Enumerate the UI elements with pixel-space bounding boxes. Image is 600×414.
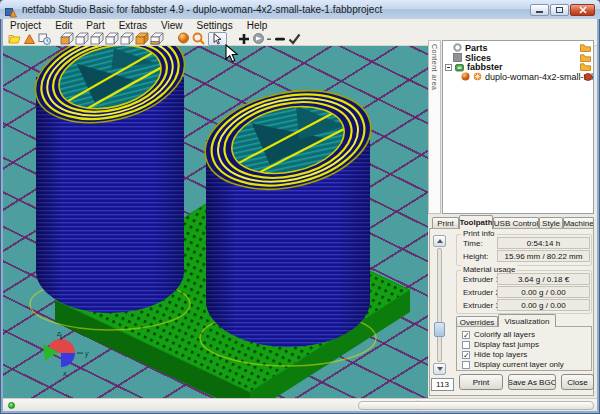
- save-as-bgc-button[interactable]: Save As BGC: [508, 374, 556, 390]
- extruder1-value: 3.64 g / 0.18 €: [497, 273, 590, 285]
- layer-slider-down-button[interactable]: [433, 363, 446, 375]
- tree-collapse-icon[interactable]: [445, 64, 452, 71]
- menu-settings[interactable]: Settings: [190, 19, 240, 32]
- print-info-title: Print info: [461, 229, 497, 238]
- menu-project[interactable]: Project: [3, 19, 48, 32]
- subtab-visualization[interactable]: Visualization: [498, 314, 556, 327]
- axis-x-label: x: [62, 370, 67, 377]
- parts-icon: [453, 43, 462, 52]
- view-front-icon[interactable]: [59, 32, 74, 45]
- time-value: 0:54:14 h: [497, 237, 590, 249]
- tree-item-label: duplo-woman-4x2-small-take1 (rebuilt) (1…: [485, 72, 593, 82]
- checkbox-icon[interactable]: [462, 361, 470, 369]
- status-bar: [3, 398, 597, 411]
- tree-item-label: Parts: [465, 43, 488, 53]
- origin-axis-indicator: z y x: [43, 330, 89, 377]
- 3d-viewport[interactable]: z y x: [3, 46, 428, 398]
- project-tree: Parts Slices fabbster: [442, 40, 594, 214]
- view-bottom-icon[interactable]: [149, 32, 164, 45]
- status-led-icon: [8, 402, 15, 409]
- folder-icon[interactable]: [580, 44, 591, 52]
- model-sphere-icon: [461, 72, 470, 81]
- maximize-icon: [556, 7, 563, 13]
- checkbox-icon[interactable]: ✓: [462, 331, 470, 339]
- toolpath-scene: z y x: [3, 46, 428, 398]
- zoom-icon[interactable]: [191, 32, 206, 45]
- view-back-icon[interactable]: [74, 32, 89, 45]
- down-arrow-icon: [437, 367, 443, 371]
- close-window-button[interactable]: [570, 4, 595, 16]
- layer-slider-up-button[interactable]: [433, 235, 446, 247]
- tree-item-label: Slices: [465, 53, 491, 63]
- close-icon: [579, 6, 587, 14]
- open-project-icon[interactable]: [7, 32, 22, 45]
- view-left-icon[interactable]: [89, 32, 104, 45]
- minimize-button[interactable]: [530, 4, 549, 16]
- window-title: netfabb Studio Basic for fabbster 4.9 - …: [22, 4, 525, 15]
- minimize-icon: [536, 11, 543, 13]
- extruder3-value: 0.00 g / 0.00: [497, 299, 590, 311]
- close-button[interactable]: Close: [561, 374, 594, 390]
- axis-y-label: y: [84, 350, 89, 358]
- menu-help[interactable]: Help: [240, 19, 275, 32]
- height-value: 15.96 mm / 80.22 mm: [497, 250, 590, 262]
- content-area-strip[interactable]: Content area: [428, 40, 441, 214]
- printed-part-right: [196, 77, 380, 347]
- height-label: Height:: [463, 252, 488, 261]
- maximize-button[interactable]: [550, 4, 569, 16]
- view-right-icon[interactable]: [104, 32, 119, 45]
- menu-bar: Project Edit Part Extras View Settings H…: [3, 19, 597, 32]
- zoom-out-icon[interactable]: [272, 32, 287, 45]
- layer-slider-track[interactable]: [437, 248, 442, 362]
- cursor-arrow-icon: [213, 33, 223, 45]
- tab-toolpath[interactable]: Toolpath: [459, 215, 493, 229]
- checkbox-icon[interactable]: ✓: [462, 351, 470, 359]
- layer-slider-thumb[interactable]: [434, 322, 445, 337]
- tree-item-parts[interactable]: Parts: [443, 43, 593, 53]
- repair-icon[interactable]: [251, 32, 266, 45]
- menu-view[interactable]: View: [154, 19, 190, 32]
- checkbox-display-fast-jumps[interactable]: Display fast jumps: [462, 340, 539, 349]
- apply-icon[interactable]: [287, 32, 302, 45]
- folder-icon[interactable]: [580, 63, 591, 71]
- extruder2-value: 0.00 g / 0.00: [497, 286, 590, 298]
- tree-item-fabbster[interactable]: fabbster: [443, 62, 593, 72]
- app-logo-icon: [5, 4, 17, 16]
- slice-clock-icon[interactable]: [37, 32, 52, 45]
- print-button[interactable]: Print: [459, 374, 503, 390]
- zoom-sphere-icon[interactable]: [176, 32, 191, 45]
- tree-item-model[interactable]: duplo-woman-4x2-small-take1 (rebuilt) (1…: [443, 72, 593, 82]
- tree-item-label: fabbster: [467, 62, 503, 72]
- progress-dial-icon: [584, 73, 592, 82]
- content-area-label: Content area: [431, 44, 438, 90]
- slices-icon: [453, 53, 462, 62]
- up-arrow-icon: [437, 239, 443, 243]
- checkbox-colorify-all-layers[interactable]: ✓ Colorify all layers: [462, 330, 535, 339]
- add-part-icon[interactable]: [22, 32, 37, 45]
- checkbox-hide-top-layers[interactable]: ✓ Hide top layers: [462, 350, 527, 359]
- progress-bar: [358, 401, 594, 410]
- view-top-icon[interactable]: [119, 32, 134, 45]
- menu-edit[interactable]: Edit: [48, 19, 79, 32]
- checkbox-icon[interactable]: [462, 341, 470, 349]
- model-badge-icon: [473, 72, 482, 81]
- time-label: Time:: [463, 239, 483, 248]
- checkbox-display-current-layer-only[interactable]: Display current layer only: [462, 360, 564, 369]
- menu-part[interactable]: Part: [79, 19, 111, 32]
- view-iso-icon[interactable]: [134, 32, 149, 45]
- title-bar[interactable]: netfabb Studio Basic for fabbster 4.9 - …: [0, 0, 600, 19]
- menu-extras[interactable]: Extras: [112, 19, 154, 32]
- app-window: z y x Content area Parts Slices: [0, 0, 600, 414]
- fabbster-machine-icon: [455, 63, 464, 72]
- layer-value-field[interactable]: 113: [431, 378, 454, 391]
- printed-part-left: [26, 46, 194, 313]
- folder-icon[interactable]: [580, 54, 591, 62]
- mouse-cursor: [225, 44, 239, 68]
- axis-z-label: z: [56, 330, 61, 337]
- tree-item-slices[interactable]: Slices: [443, 53, 593, 63]
